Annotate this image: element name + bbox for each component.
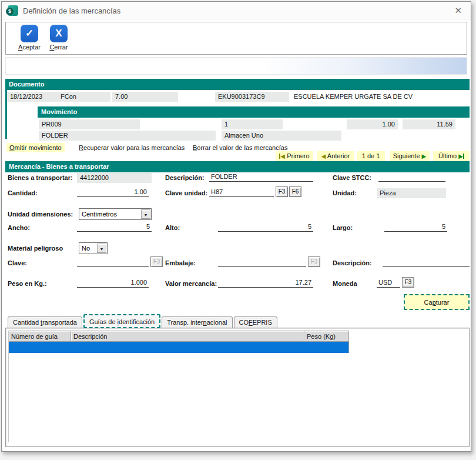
unidad-dimensiones-label: Unidad dimensiones: [8,211,73,218]
grid-body[interactable] [8,331,468,442]
tab-cofepris[interactable]: COFEPRIS [234,316,277,328]
omitir-movimiento-link[interactable]: Omitir movimiento [6,143,65,152]
movimiento-cantidad: 1 [222,119,283,129]
nav-anterior-button[interactable]: ◀ Anterior [317,151,354,162]
movimiento-precio: 11.59 [403,119,455,129]
app-icon: $ [8,5,18,16]
tab-transp-internacional[interactable]: Transp. internacional [162,316,232,328]
clave-stcc-label: Clave STCC: [333,174,371,181]
material-peligroso-label: Material peligroso [8,245,63,252]
guias-tab-panel: Número de guía Descripción Peso (Kg) [5,328,470,447]
tab-guias-identificacion[interactable]: Guías de identificación [83,314,160,328]
nav-primero-button[interactable]: ◀ Primero [276,151,313,162]
movimiento-header: Movimiento [38,106,470,118]
alto-label: Alto: [165,224,180,231]
x-icon: X [50,25,68,42]
chevron-down-icon[interactable]: ▼ [97,244,106,253]
aceptar-button[interactable]: ✓ Aceptar [14,25,45,51]
moneda-label: Moneda [333,280,357,287]
window-title: Definición de las mercancías [23,6,120,15]
mercancia-header: Mercancía - Bienes a transportar [5,161,470,172]
nav-siguiente-button[interactable]: Siguiente ▶ [390,151,430,162]
material-peligroso-select[interactable]: No ▼ [79,242,108,254]
recuperar-valor-link[interactable]: Recuperar valor para las mercancías [76,143,187,152]
clave-stcc-field[interactable] [378,172,445,182]
money-icon: $ [6,8,14,15]
descripcion-label: Descripción: [165,174,205,181]
embalaje-label: Embalaje: [165,259,196,266]
bienes-label: Bienes a transportar: [8,174,73,181]
prev-arrow-icon: ◀ [321,153,326,159]
descripcion-peligroso-field[interactable] [383,258,470,267]
first-arrow-icon: ◀ [280,153,285,159]
last-bar-icon [463,154,464,159]
alto-field[interactable]: 5 [218,222,313,232]
moneda-field[interactable]: USD [377,278,400,288]
peso-label: Peso en Kg.: [8,280,47,287]
clave-unidad-field[interactable]: H87 [209,188,274,197]
screen: $ Definición de las mercancías ✕ ✓ Acept… [0,0,476,460]
last-arrow-icon: ▶ [458,153,463,159]
movimiento-producto: PR009 [39,119,140,129]
main-toolbar: ✓ Aceptar X Cerrar [5,22,467,55]
embalaje-field[interactable] [218,258,306,267]
gradient-band [5,57,467,75]
movimiento-costo: 1.00 [347,119,398,129]
cantidad-field[interactable]: 1.00 [77,188,149,197]
dialog-definicion-mercancias: $ Definición de las mercancías ✕ ✓ Acept… [1,1,471,452]
clave-unidad-f3-button[interactable]: F3 [276,186,288,197]
unidad-label: Unidad: [333,189,357,196]
chevron-down-icon[interactable]: ▼ [141,209,150,219]
descripcion-field[interactable]: FOLDER [209,172,313,182]
peso-field[interactable]: 1.000 [77,278,149,288]
next-arrow-icon: ▶ [422,153,427,159]
cerrar-label: Cerrar [43,44,74,51]
unidad-field: Pieza [377,188,446,198]
material-peligroso-value: No [82,245,90,252]
close-icon[interactable]: ✕ [452,5,464,16]
check-icon: ✓ [21,25,38,42]
ancho-label: Ancho: [8,224,30,231]
largo-label: Largo: [333,224,353,231]
valor-mercancia-label: Valor mercancía: [165,280,217,287]
capturar-button[interactable]: Capturar [404,294,470,310]
ancho-field[interactable]: 5 [77,222,152,232]
cantidad-label: Cantidad: [8,189,38,196]
embalaje-f3-button: F3 [308,256,320,267]
clave-label: Clave: [8,259,27,266]
documento-tipo: FCon [58,92,110,102]
clave-unidad-label: Clave unidad: [165,189,207,196]
movimiento-descripcion: FOLDER [39,131,216,141]
nav-position: 1 de 1 [357,151,385,162]
bienes-field: 44122000 [77,173,152,183]
largo-field[interactable]: 5 [384,222,447,232]
documento-rfc: EKU9003173C9 [215,92,289,102]
tab-cantidad-transportada[interactable]: Cantidad transportada [8,316,82,328]
cerrar-button[interactable]: X Cerrar [43,25,74,51]
valor-mercancia-field[interactable]: 17.27 [218,278,313,288]
unidad-dimensiones-value: Centímetros [82,211,117,218]
aceptar-label: Aceptar [14,44,45,51]
documento-folio: 7.00 [112,92,178,102]
movimiento-almacen: Almacen Uno [222,131,341,141]
documento-header: Documento [5,79,470,90]
descripcion-peligroso-label: Descripción: [333,259,372,266]
tab-strip: Cantidad transportada Guías de identific… [8,314,279,328]
unidad-dimensiones-select[interactable]: Centímetros ▼ [79,208,152,220]
clave-unidad-f6-button[interactable]: F6 [289,186,301,197]
moneda-f3-button[interactable]: F3 [402,277,414,288]
clave-field[interactable] [77,258,149,267]
title-bar[interactable]: $ Definición de las mercancías ✕ [2,2,471,19]
documento-fecha: 18/12/2023 [7,92,58,102]
documento-razon-social: ESCUELA KEMPER URGATE SA DE CV [294,93,413,100]
clave-f3-button: F3 [150,256,163,267]
nav-ultimo-button[interactable]: Último ▶ [433,151,470,162]
